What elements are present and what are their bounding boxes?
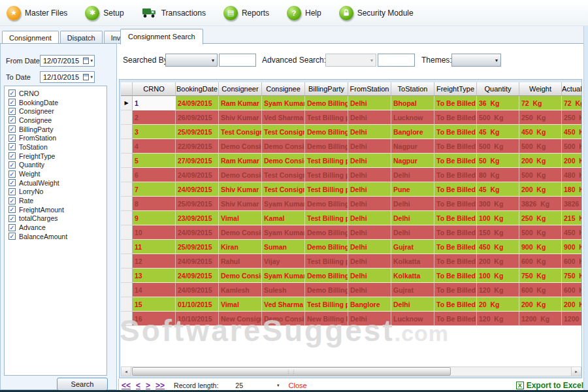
grid-cell[interactable]: To Be Billed — [434, 197, 477, 211]
row-selector[interactable] — [121, 254, 133, 269]
field-checkbox-item-billingparty[interactable]: ✓BillingParty — [8, 125, 106, 134]
grid-cell[interactable]: 24/09/2015 — [176, 283, 219, 297]
grid-column-header-tostation[interactable]: ToStation — [391, 82, 434, 96]
grid-cell[interactable]: 50 Kg — [477, 154, 519, 168]
grid-cell[interactable]: Demo Consig... — [262, 312, 305, 326]
menu-item-setup[interactable]: ✱Setup — [85, 6, 123, 20]
row-selector[interactable] — [121, 139, 133, 154]
grid-cell[interactable]: 200 Kg — [519, 297, 562, 312]
chevron-down-icon[interactable]: ▾ — [90, 74, 93, 80]
grid-row[interactable]: 624/09/2015Demo Consig...Test ConsigneeT… — [121, 168, 581, 182]
grid-cell[interactable]: Delhi — [348, 139, 391, 154]
grid-row[interactable]: 1125/09/2015KiranSumanDemo Billing ...De… — [121, 240, 581, 254]
record-length-value[interactable]: 25 — [235, 382, 243, 389]
grid-cell[interactable]: 7 — [133, 182, 176, 197]
grid-cell[interactable]: 14 — [133, 283, 176, 297]
horizontal-scrollbar[interactable]: ◂ ⋮⋮ ▸ — [121, 367, 581, 376]
grid-column-header-crno[interactable]: CRNO — [133, 82, 176, 96]
grid-cell[interactable]: 500 Kg — [519, 168, 562, 182]
grid-cell[interactable]: Suman — [262, 240, 305, 254]
field-checkbox-item-fromstation[interactable]: ✓FromStation — [8, 133, 106, 142]
grid-cell[interactable]: Vimal — [219, 211, 262, 225]
row-selector[interactable] — [121, 312, 133, 326]
grid-cell[interactable]: 24/09/2015 — [176, 182, 219, 197]
grid-row[interactable]: 1224/09/2015RahulVijayTest Billing pa...… — [121, 254, 581, 269]
grid-cell[interactable]: 01/10/2015 — [176, 297, 219, 312]
grid-row[interactable]: 325/09/2015Test ConsignorTest ConsigneeD… — [121, 125, 581, 139]
grid-cell[interactable]: 450 Kg — [477, 240, 519, 254]
checkbox-icon[interactable]: ✓ — [8, 171, 16, 178]
grid-cell[interactable]: Demo Billing ... — [305, 240, 348, 254]
checkbox-icon[interactable]: ✓ — [8, 215, 16, 222]
grid-cell[interactable]: Sulesh — [262, 283, 305, 297]
grid-cell[interactable]: 450 Kg — [562, 125, 581, 139]
grid-cell[interactable]: To Be Billed — [434, 182, 477, 197]
field-checkbox-item-quantity[interactable]: ✓Quantity — [8, 161, 106, 170]
grid-cell[interactable]: 45 Kg — [477, 182, 519, 197]
grid-cell[interactable]: Demo Consig... — [219, 269, 262, 283]
grid-cell[interactable]: Kamlesh — [219, 283, 262, 297]
grid-cell[interactable]: Syam Kumar — [262, 269, 305, 283]
checkbox-icon[interactable]: ✓ — [8, 125, 16, 133]
from-date-field[interactable]: 12/07/2015 ▾ — [40, 55, 95, 67]
grid-cell[interactable]: To Be Billed — [434, 125, 477, 139]
grid-cell[interactable]: 150 Kg — [477, 225, 519, 240]
grid-cell[interactable]: To Be Billed — [434, 269, 477, 283]
grid-cell[interactable]: 72 Kg — [562, 96, 581, 110]
grid-cell[interactable]: Test Billing pa... — [305, 211, 348, 225]
advanced-search-input[interactable] — [378, 54, 415, 67]
grid-cell[interactable]: 200 Kg — [519, 154, 562, 168]
row-selector[interactable] — [121, 211, 133, 225]
grid-row[interactable]: 1424/09/2015KamleshSuleshDemo Billing ..… — [121, 283, 581, 297]
grid-cell[interactable]: Delhi — [348, 254, 391, 269]
grid-cell[interactable]: 3826 Kg — [519, 197, 562, 211]
menu-item-master-files[interactable]: ★Master Files — [7, 6, 67, 20]
grid-cell[interactable]: Delhi — [348, 125, 391, 139]
grid-cell[interactable]: To Be Billed — [434, 211, 477, 225]
grid-cell[interactable]: 9 — [133, 211, 176, 225]
grid-cell[interactable]: 24/09/2015 — [176, 168, 219, 182]
grid-cell[interactable]: 120 Kg — [477, 283, 519, 297]
grid-cell[interactable]: 750 Kg — [519, 269, 562, 283]
grid-column-header-fromstation[interactable]: FromStation — [348, 82, 391, 96]
grid-cell[interactable]: 450 Kg — [519, 125, 562, 139]
grid-cell[interactable]: 2 — [133, 110, 176, 125]
grid-cell[interactable]: 8 — [133, 197, 176, 211]
grid-cell[interactable]: 600 Kg — [519, 254, 562, 269]
grid-cell[interactable]: Demo Consig... — [262, 139, 305, 154]
grid-cell[interactable]: Test Consignee — [262, 168, 305, 182]
checkbox-icon[interactable]: ✓ — [8, 143, 16, 150]
grid-cell[interactable]: Lucknow — [391, 110, 434, 125]
grid-cell[interactable]: To Be Billed — [434, 225, 477, 240]
grid-cell[interactable]: Test Billing pa... — [305, 297, 348, 312]
grid-cell[interactable]: Pune — [391, 182, 434, 197]
grid-cell[interactable]: Test Consignor — [219, 125, 262, 139]
grid-cell[interactable]: Delhi — [348, 96, 391, 110]
grid-cell[interactable]: 24/09/2015 — [176, 96, 219, 110]
grid-cell[interactable]: Rahul — [219, 254, 262, 269]
row-selector[interactable] — [121, 240, 133, 254]
grid-cell[interactable]: 5 — [133, 154, 176, 168]
page-next-link[interactable]: > — [146, 381, 150, 390]
grid-row[interactable]: 1501/10/2015VimalVed SharmaTest Billing … — [121, 297, 581, 312]
grid-cell[interactable]: Gujrat — [391, 240, 434, 254]
checkbox-icon[interactable]: ✓ — [8, 188, 16, 195]
grid-cell[interactable]: Demo Consig... — [219, 139, 262, 154]
grid-cell[interactable]: 1200 Kg — [519, 312, 562, 326]
grid-cell[interactable]: New Consignor — [219, 312, 262, 326]
grid-cell[interactable]: 25/09/2015 — [176, 197, 219, 211]
grid-cell[interactable]: Demo Consig... — [262, 154, 305, 168]
grid-cell[interactable]: 1 — [133, 96, 176, 110]
searched-by-dropdown[interactable]: ▾ — [165, 54, 218, 67]
grid-cell[interactable]: To Be Billed — [434, 240, 477, 254]
grid-row[interactable]: 923/09/2015VimalKamalTest Billing pa...D… — [121, 211, 581, 225]
grid-cell[interactable]: 900 Kg — [562, 240, 581, 254]
checkbox-icon[interactable]: ✓ — [8, 152, 16, 159]
field-checkbox-item-balanceamount[interactable]: ✓BalanceAmount — [8, 232, 106, 241]
grid-cell[interactable]: Delhi — [348, 269, 391, 283]
grid-cell[interactable]: 250 Kg — [562, 110, 581, 125]
grid-cell[interactable]: Test Billing pa... — [305, 182, 348, 197]
current-row-indicator[interactable]: ▶ — [121, 96, 133, 110]
grid-cell[interactable]: Test Billing pa... — [305, 154, 348, 168]
row-selector[interactable] — [121, 125, 133, 139]
